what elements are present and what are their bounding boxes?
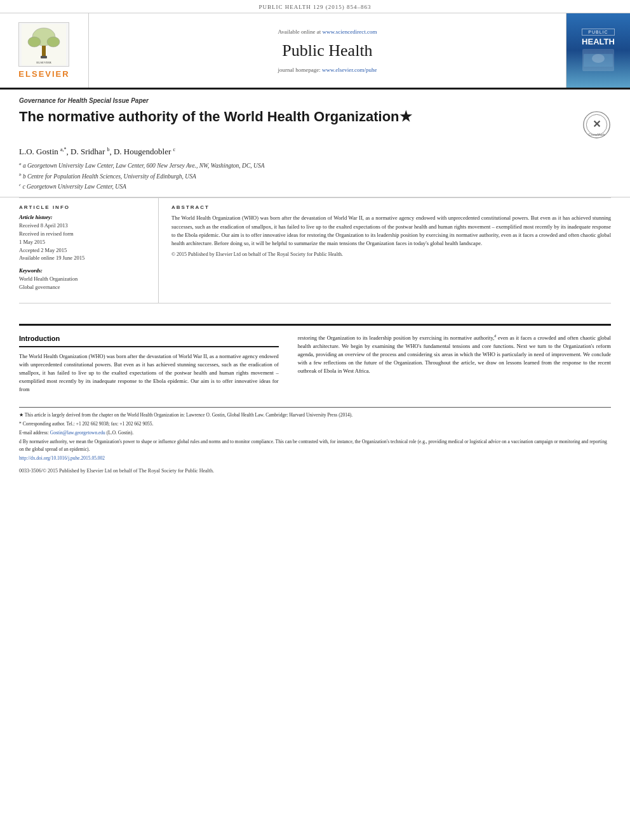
accepted-date: Accepted 2 May 2015 xyxy=(19,246,149,255)
article-info-label: ARTICLE INFO xyxy=(19,204,149,210)
introduction-heading: Introduction xyxy=(19,333,279,347)
history-label: Article history: xyxy=(19,214,149,220)
svg-point-3 xyxy=(28,37,41,47)
abstract-panel: ABSTRACT The World Health Organization (… xyxy=(159,198,611,302)
affiliation-a: a a Georgetown University Law Center, La… xyxy=(19,161,611,171)
doi-link[interactable]: http://dx.doi.org/10.1016/j.puhe.2015.05… xyxy=(19,455,105,461)
journal-homepage-link[interactable]: www.elsevier.com/puhe xyxy=(322,67,377,73)
footnote-star: ★ This article is largely derived from t… xyxy=(19,411,611,418)
affiliation-c: c c Georgetown University Law Center, US… xyxy=(19,182,611,192)
main-content-area: Introduction The World Health Organizati… xyxy=(0,333,630,394)
svg-text:ELSEVIER: ELSEVIER xyxy=(37,61,52,64)
bottom-bar: 0033-3506/© 2015 Published by Elsevier L… xyxy=(19,468,611,474)
authors-line: L.O. Gostin a,*, D. Sridhar b, D. Hougen… xyxy=(19,147,611,157)
elsevier-logo-area: ELSEVIER ELSEVIER xyxy=(0,13,89,88)
journal-info-center: Available online at www.sciencedirect.co… xyxy=(89,13,566,88)
received-date: Received 8 April 2013 xyxy=(19,222,149,230)
badge-top-text: PUBLIC xyxy=(582,29,615,36)
body-divider xyxy=(19,324,611,326)
sciencedirect-link[interactable]: www.sciencedirect.com xyxy=(323,29,377,35)
info-abstract-area: ARTICLE INFO Article history: Received 8… xyxy=(19,197,611,303)
journal-citation: PUBLIC HEALTH 129 (2015) 854–863 xyxy=(258,4,371,10)
abstract-label: ABSTRACT xyxy=(171,204,611,210)
intro-left-text: The World Health Organization (WHO) was … xyxy=(19,352,279,394)
crossmark-logo: ✕ CrossMark xyxy=(576,108,611,140)
elsevier-logo: ELSEVIER ELSEVIER xyxy=(18,22,69,79)
email-link[interactable]: Gostin@law.georgetown.edu xyxy=(50,430,105,436)
doi-link-line: http://dx.doi.org/10.1016/j.puhe.2015.05… xyxy=(19,455,611,462)
public-health-badge: PUBLIC HEALTH xyxy=(582,29,615,73)
footnote-asterisk: * Corresponding author. Tel.: +1 202 662… xyxy=(19,420,611,427)
abstract-text: The World Health Organization (WHO) was … xyxy=(171,214,611,248)
available-online-date: Available online 19 June 2015 xyxy=(19,254,149,262)
abstract-copyright: © 2015 Published by Elsevier Ltd on beha… xyxy=(171,251,611,257)
footnote-email: E-mail address: Gostin@law.georgetown.ed… xyxy=(19,429,611,436)
svg-text:CrossMark: CrossMark xyxy=(589,133,605,137)
article-history: Article history: Received 8 April 2013 R… xyxy=(19,214,149,262)
revised-date: Received in revised form1 May 2015 xyxy=(19,230,149,246)
footnotes-area: ★ This article is largely derived from t… xyxy=(19,407,611,462)
special-issue-label: Governance for Health Special Issue Pape… xyxy=(19,97,611,104)
left-column: Introduction The World Health Organizati… xyxy=(19,333,292,394)
available-online-text: Available online at www.sciencedirect.co… xyxy=(278,29,377,35)
journal-homepage-text: journal homepage: www.elsevier.com/puhe xyxy=(278,67,377,73)
keyword-2: Global governance xyxy=(19,283,149,291)
article-title: The normative authority of the World Hea… xyxy=(19,108,412,126)
title-row: The normative authority of the World Hea… xyxy=(19,108,611,140)
keywords-label: Keywords: xyxy=(19,267,149,274)
svg-point-4 xyxy=(47,37,60,47)
keyword-1: World Health Organization xyxy=(19,275,149,283)
svg-text:✕: ✕ xyxy=(593,119,601,130)
elsevier-wordmark: ELSEVIER xyxy=(18,69,69,79)
keywords-group: Keywords: World Health Organization Glob… xyxy=(19,267,149,291)
footnote-d: d By normative authority, we mean the Or… xyxy=(19,438,611,453)
journal-header: ELSEVIER ELSEVIER Available online at ww… xyxy=(0,13,630,90)
svg-rect-2 xyxy=(42,46,46,57)
affiliation-b: b b Centre for Population Health Science… xyxy=(19,171,611,182)
article-metadata: Governance for Health Special Issue Pape… xyxy=(0,90,630,197)
svg-rect-5 xyxy=(41,56,47,58)
intro-right-text: restoring the Organization to its leader… xyxy=(298,333,611,376)
journal-title: Public Health xyxy=(282,41,372,60)
elsevier-tree-image: ELSEVIER xyxy=(18,22,69,67)
article-info-panel: ARTICLE INFO Article history: Received 8… xyxy=(19,198,159,302)
journal-badge: PUBLIC HEALTH xyxy=(566,13,630,88)
svg-point-9 xyxy=(592,54,605,63)
top-bar: PUBLIC HEALTH 129 (2015) 854–863 xyxy=(0,0,630,13)
badge-title-text: HEALTH xyxy=(582,37,615,47)
right-column: restoring the Organization to its leader… xyxy=(292,333,611,394)
